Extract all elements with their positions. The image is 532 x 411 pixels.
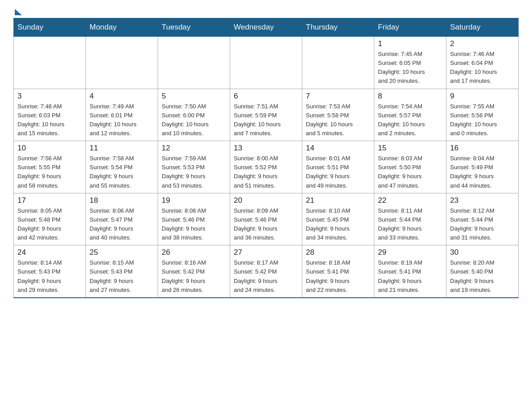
day-number: 9 xyxy=(450,92,515,101)
calendar-day-cell: 23Sunrise: 8:12 AM Sunset: 5:44 PM Dayli… xyxy=(446,193,519,245)
day-info: Sunrise: 8:14 AM Sunset: 5:43 PM Dayligh… xyxy=(17,258,82,295)
day-number: 28 xyxy=(306,248,370,257)
day-number: 27 xyxy=(234,248,298,257)
day-info: Sunrise: 7:55 AM Sunset: 5:56 PM Dayligh… xyxy=(450,102,515,138)
day-number: 6 xyxy=(234,92,298,101)
calendar-day-cell: 15Sunrise: 8:03 AM Sunset: 5:50 PM Dayli… xyxy=(374,141,446,193)
calendar-table: SundayMondayTuesdayWednesdayThursdayFrid… xyxy=(13,18,519,298)
day-info: Sunrise: 8:11 AM Sunset: 5:44 PM Dayligh… xyxy=(378,206,442,243)
day-number: 22 xyxy=(378,196,442,205)
day-number: 3 xyxy=(17,92,82,101)
day-number: 12 xyxy=(162,144,226,153)
day-number: 14 xyxy=(306,144,370,153)
day-info: Sunrise: 8:08 AM Sunset: 5:46 PM Dayligh… xyxy=(162,206,226,243)
day-info: Sunrise: 7:53 AM Sunset: 5:58 PM Dayligh… xyxy=(306,102,370,138)
day-number: 8 xyxy=(378,92,442,101)
calendar-day-cell: 24Sunrise: 8:14 AM Sunset: 5:43 PM Dayli… xyxy=(14,245,86,298)
day-info: Sunrise: 8:12 AM Sunset: 5:44 PM Dayligh… xyxy=(450,206,515,243)
calendar-day-cell: 9Sunrise: 7:55 AM Sunset: 5:56 PM Daylig… xyxy=(446,89,519,141)
calendar-day-cell: 19Sunrise: 8:08 AM Sunset: 5:46 PM Dayli… xyxy=(158,193,230,245)
calendar-day-cell: 8Sunrise: 7:54 AM Sunset: 5:57 PM Daylig… xyxy=(374,89,446,141)
column-header-friday: Friday xyxy=(374,18,446,37)
day-info: Sunrise: 7:50 AM Sunset: 6:00 PM Dayligh… xyxy=(162,102,226,138)
calendar-day-cell xyxy=(14,37,86,89)
day-number: 17 xyxy=(17,196,82,205)
day-info: Sunrise: 8:15 AM Sunset: 5:43 PM Dayligh… xyxy=(90,258,154,295)
day-info: Sunrise: 8:17 AM Sunset: 5:42 PM Dayligh… xyxy=(234,258,298,295)
calendar-day-cell: 6Sunrise: 7:51 AM Sunset: 5:59 PM Daylig… xyxy=(230,89,302,141)
day-info: Sunrise: 8:10 AM Sunset: 5:45 PM Dayligh… xyxy=(306,206,370,243)
calendar-day-cell: 11Sunrise: 7:58 AM Sunset: 5:54 PM Dayli… xyxy=(86,141,158,193)
calendar-day-cell: 16Sunrise: 8:04 AM Sunset: 5:49 PM Dayli… xyxy=(446,141,519,193)
calendar-day-cell: 29Sunrise: 8:19 AM Sunset: 5:41 PM Dayli… xyxy=(374,245,446,298)
calendar-header-row: SundayMondayTuesdayWednesdayThursdayFrid… xyxy=(14,18,519,37)
day-number: 24 xyxy=(17,248,82,257)
calendar-day-cell: 30Sunrise: 8:20 AM Sunset: 5:40 PM Dayli… xyxy=(446,245,519,298)
column-header-tuesday: Tuesday xyxy=(158,18,230,37)
day-info: Sunrise: 7:58 AM Sunset: 5:54 PM Dayligh… xyxy=(90,154,154,190)
calendar-day-cell: 3Sunrise: 7:48 AM Sunset: 6:03 PM Daylig… xyxy=(14,89,86,141)
day-info: Sunrise: 8:01 AM Sunset: 5:51 PM Dayligh… xyxy=(306,154,370,190)
calendar-day-cell: 17Sunrise: 8:05 AM Sunset: 5:48 PM Dayli… xyxy=(14,193,86,245)
day-number: 26 xyxy=(162,248,226,257)
calendar-day-cell: 4Sunrise: 7:49 AM Sunset: 6:01 PM Daylig… xyxy=(86,89,158,141)
day-number: 5 xyxy=(162,92,226,101)
day-number: 19 xyxy=(162,196,226,205)
day-info: Sunrise: 8:06 AM Sunset: 5:47 PM Dayligh… xyxy=(90,206,154,243)
day-info: Sunrise: 8:05 AM Sunset: 5:48 PM Dayligh… xyxy=(17,206,82,243)
day-info: Sunrise: 8:09 AM Sunset: 5:46 PM Dayligh… xyxy=(234,206,298,243)
day-number: 23 xyxy=(450,196,515,205)
day-number: 30 xyxy=(450,248,515,257)
day-number: 13 xyxy=(234,144,298,153)
day-number: 15 xyxy=(378,144,442,153)
calendar-week-row: 10Sunrise: 7:56 AM Sunset: 5:55 PM Dayli… xyxy=(14,141,519,193)
calendar-day-cell: 25Sunrise: 8:15 AM Sunset: 5:43 PM Dayli… xyxy=(86,245,158,298)
calendar-day-cell xyxy=(158,37,230,89)
page-header xyxy=(13,9,519,13)
calendar-day-cell: 14Sunrise: 8:01 AM Sunset: 5:51 PM Dayli… xyxy=(302,141,374,193)
day-number: 11 xyxy=(90,144,154,153)
calendar-day-cell: 5Sunrise: 7:50 AM Sunset: 6:00 PM Daylig… xyxy=(158,89,230,141)
calendar-day-cell xyxy=(86,37,158,89)
day-info: Sunrise: 8:18 AM Sunset: 5:41 PM Dayligh… xyxy=(306,258,370,295)
calendar-week-row: 17Sunrise: 8:05 AM Sunset: 5:48 PM Dayli… xyxy=(14,193,519,245)
day-number: 29 xyxy=(378,248,442,257)
day-number: 7 xyxy=(306,92,370,101)
day-number: 1 xyxy=(378,39,442,48)
calendar-day-cell: 28Sunrise: 8:18 AM Sunset: 5:41 PM Dayli… xyxy=(302,245,374,298)
column-header-monday: Monday xyxy=(86,18,158,37)
calendar-day-cell: 21Sunrise: 8:10 AM Sunset: 5:45 PM Dayli… xyxy=(302,193,374,245)
column-header-wednesday: Wednesday xyxy=(230,18,302,37)
calendar-day-cell: 10Sunrise: 7:56 AM Sunset: 5:55 PM Dayli… xyxy=(14,141,86,193)
day-info: Sunrise: 7:51 AM Sunset: 5:59 PM Dayligh… xyxy=(234,102,298,138)
day-info: Sunrise: 8:16 AM Sunset: 5:42 PM Dayligh… xyxy=(162,258,226,295)
day-number: 25 xyxy=(90,248,154,257)
day-info: Sunrise: 7:48 AM Sunset: 6:03 PM Dayligh… xyxy=(17,102,82,138)
day-info: Sunrise: 7:56 AM Sunset: 5:55 PM Dayligh… xyxy=(17,154,82,190)
calendar-day-cell: 2Sunrise: 7:46 AM Sunset: 6:04 PM Daylig… xyxy=(446,37,519,89)
day-number: 20 xyxy=(234,196,298,205)
calendar-day-cell: 26Sunrise: 8:16 AM Sunset: 5:42 PM Dayli… xyxy=(158,245,230,298)
calendar-day-cell: 12Sunrise: 7:59 AM Sunset: 5:53 PM Dayli… xyxy=(158,141,230,193)
calendar-day-cell: 1Sunrise: 7:45 AM Sunset: 6:05 PM Daylig… xyxy=(374,37,446,89)
day-number: 10 xyxy=(17,144,82,153)
day-number: 16 xyxy=(450,144,515,153)
day-info: Sunrise: 8:19 AM Sunset: 5:41 PM Dayligh… xyxy=(378,258,442,295)
day-info: Sunrise: 8:04 AM Sunset: 5:49 PM Dayligh… xyxy=(450,154,515,190)
column-header-saturday: Saturday xyxy=(446,18,519,37)
calendar-day-cell xyxy=(230,37,302,89)
calendar-day-cell: 7Sunrise: 7:53 AM Sunset: 5:58 PM Daylig… xyxy=(302,89,374,141)
day-number: 21 xyxy=(306,196,370,205)
calendar-week-row: 3Sunrise: 7:48 AM Sunset: 6:03 PM Daylig… xyxy=(14,89,519,141)
calendar-day-cell: 20Sunrise: 8:09 AM Sunset: 5:46 PM Dayli… xyxy=(230,193,302,245)
day-number: 2 xyxy=(450,39,515,48)
calendar-day-cell: 18Sunrise: 8:06 AM Sunset: 5:47 PM Dayli… xyxy=(86,193,158,245)
day-info: Sunrise: 7:46 AM Sunset: 6:04 PM Dayligh… xyxy=(450,50,515,86)
calendar-day-cell: 22Sunrise: 8:11 AM Sunset: 5:44 PM Dayli… xyxy=(374,193,446,245)
calendar-week-row: 24Sunrise: 8:14 AM Sunset: 5:43 PM Dayli… xyxy=(14,245,519,298)
calendar-day-cell: 27Sunrise: 8:17 AM Sunset: 5:42 PM Dayli… xyxy=(230,245,302,298)
day-info: Sunrise: 8:03 AM Sunset: 5:50 PM Dayligh… xyxy=(378,154,442,190)
day-info: Sunrise: 7:59 AM Sunset: 5:53 PM Dayligh… xyxy=(162,154,226,190)
calendar-day-cell xyxy=(302,37,374,89)
logo xyxy=(13,9,22,13)
